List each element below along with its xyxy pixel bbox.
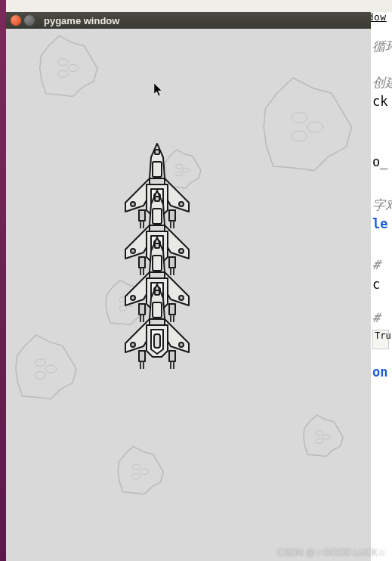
svg-point-2 — [58, 58, 69, 65]
svg-rect-27 — [155, 150, 159, 154]
ship-group — [112, 141, 202, 372]
svg-point-15 — [140, 469, 149, 474]
minimize-icon[interactable] — [24, 15, 35, 26]
svg-rect-34 — [155, 197, 159, 201]
svg-point-17 — [132, 464, 140, 470]
svg-point-3 — [307, 122, 323, 132]
svg-point-19 — [316, 439, 323, 443]
window-title: pygame window — [44, 15, 119, 26]
svg-point-1 — [58, 70, 69, 77]
svg-point-47 — [179, 342, 184, 347]
svg-point-0 — [68, 64, 79, 71]
ide-menubar: File Edit View Navigate Code Refactor Ru… — [6, 0, 392, 12]
spaceship — [112, 281, 202, 372]
svg-rect-21 — [153, 162, 162, 177]
pygame-canvas[interactable] — [6, 29, 371, 561]
svg-rect-43 — [154, 334, 160, 348]
close-icon[interactable] — [11, 15, 21, 26]
svg-rect-35 — [153, 256, 162, 271]
svg-rect-41 — [155, 243, 159, 248]
svg-point-13 — [35, 371, 45, 379]
svg-point-46 — [131, 342, 135, 347]
svg-rect-48 — [155, 290, 159, 295]
svg-point-5 — [292, 113, 307, 123]
svg-point-12 — [45, 365, 56, 373]
os-taskbar — [0, 0, 6, 561]
svg-point-4 — [292, 131, 307, 141]
spaceship-icon — [112, 281, 202, 372]
svg-point-16 — [132, 474, 140, 479]
editor-peek: 循环 创建 ck o_ 字对 le # c # Tru on — [371, 29, 392, 561]
svg-point-14 — [35, 359, 45, 367]
svg-rect-45 — [169, 351, 175, 361]
window-titlebar[interactable]: pygame window — [6, 12, 371, 29]
svg-rect-44 — [139, 351, 145, 361]
watermark: CSDN @☆GOOD LUCK☆ — [277, 547, 386, 558]
svg-point-20 — [316, 430, 323, 435]
svg-point-18 — [323, 435, 330, 439]
svg-rect-42 — [153, 302, 162, 318]
svg-rect-28 — [153, 209, 162, 224]
